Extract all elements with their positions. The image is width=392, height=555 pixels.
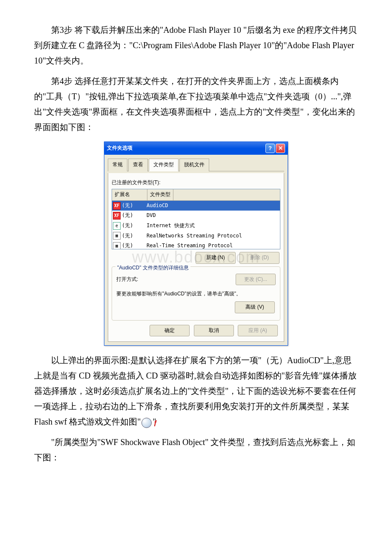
row-ext: (无) xyxy=(122,241,147,249)
dialog-titlebar[interactable]: 文件夹选项 ? ✕ xyxy=(104,142,288,155)
paragraph-step4: 第4步 选择任意打开某某文件夹，在打开的文件夹界面上方，选点上面横条内的"工具（… xyxy=(34,73,358,135)
tab-pane: 已注册的文件类型(T): 扩展名 文件类型 XF(无)AudioCDXF(无)D… xyxy=(108,173,284,342)
apply-button[interactable]: 应用 (A) xyxy=(238,325,278,337)
filetype-icon: e xyxy=(113,222,121,230)
close-button[interactable]: ✕ xyxy=(276,144,285,153)
details-group: "AudioCD" 文件类型的详细信息 打开方式: 更改 (C)... 要更改能… xyxy=(112,266,280,321)
details-group-title: "AudioCD" 文件类型的详细信息 xyxy=(115,263,190,273)
filetype-icon: XF xyxy=(113,202,121,210)
filetype-icon: XF xyxy=(113,212,121,220)
explain-text-b: " xyxy=(153,417,156,426)
header-ext[interactable]: 扩展名 xyxy=(112,189,147,200)
paragraph-step3: 第3步 将下载后并解压出来的"Adobe Flash Player 10 "后缀… xyxy=(34,22,358,68)
tab-offline[interactable]: 脱机文件 xyxy=(179,159,209,171)
ok-button[interactable]: 确定 xyxy=(150,325,190,337)
filetype-icon: ▦ xyxy=(113,232,121,240)
paragraph-swf-type: "所属类型为"SWF Shockwave Flash Object" 文件类型，… xyxy=(34,434,358,465)
tab-view[interactable]: 查看 xyxy=(128,159,148,171)
details-hint: 要更改能够影响所有"AudioCD"的设置，请单击"高级"。 xyxy=(116,289,276,299)
explain-text-a: 以上弹出的界面示图:是默认选择在扩展名下方的第一项"（无）AudioCD"上,意… xyxy=(34,356,357,426)
tab-filetypes[interactable]: 文件类型 xyxy=(149,159,179,171)
row-ext: (无) xyxy=(122,201,147,211)
row-type: Real-Time Streaming Protocol xyxy=(147,241,233,249)
help-button[interactable]: ? xyxy=(265,144,275,153)
new-button[interactable]: 新建 (N) xyxy=(196,252,236,264)
open-with-label: 打开方式: xyxy=(116,275,138,284)
row-type: AudioCD xyxy=(147,201,168,211)
row-type: RealNetworks Streaming Protocol xyxy=(147,231,242,241)
row-ext: (无) xyxy=(122,221,147,231)
tab-strip: 常规 查看 文件类型 脱机文件 xyxy=(108,158,284,171)
folder-options-dialog: 文件夹选项 ? ✕ 常规 查看 文件类型 脱机文件 已注册的文件类型(T): 扩… xyxy=(104,142,288,346)
header-type[interactable]: 文件类型 xyxy=(147,189,173,200)
registered-types-label: 已注册的文件类型(T): xyxy=(112,178,280,188)
dialog-title: 文件夹选项 xyxy=(107,144,133,153)
row-type: DVD xyxy=(147,211,156,220)
delete-button[interactable]: 删除 (D) xyxy=(239,252,280,264)
list-item[interactable]: e(无)Internet 快捷方式 xyxy=(112,221,280,231)
file-type-list[interactable]: 扩展名 文件类型 XF(无)AudioCDXF(无)DVDe(无)Interne… xyxy=(112,189,280,249)
flash-swf-icon xyxy=(141,418,152,428)
list-item[interactable]: ▦(无)RealNetworks Streaming Protocol xyxy=(112,231,280,241)
paragraph-explain: 以上弹出的界面示图:是默认选择在扩展名下方的第一项"（无）AudioCD"上,意… xyxy=(34,353,358,429)
list-item[interactable]: XF(无)AudioCD xyxy=(112,201,280,211)
filetype-icon: ▦ xyxy=(113,242,121,249)
change-button[interactable]: 更改 (C)... xyxy=(236,274,276,286)
row-ext: (无) xyxy=(122,231,147,241)
row-ext: (无) xyxy=(122,211,147,220)
row-type: Internet 快捷方式 xyxy=(147,221,195,231)
tab-general[interactable]: 常规 xyxy=(108,159,127,171)
cancel-button[interactable]: 取消 xyxy=(194,325,234,337)
list-item[interactable]: ▦(无)Real-Time Streaming Protocol xyxy=(112,241,280,249)
list-header[interactable]: 扩展名 文件类型 xyxy=(112,189,280,201)
list-item[interactable]: XF(无)DVD xyxy=(112,211,280,221)
advanced-button[interactable]: 高级 (V) xyxy=(235,301,275,313)
